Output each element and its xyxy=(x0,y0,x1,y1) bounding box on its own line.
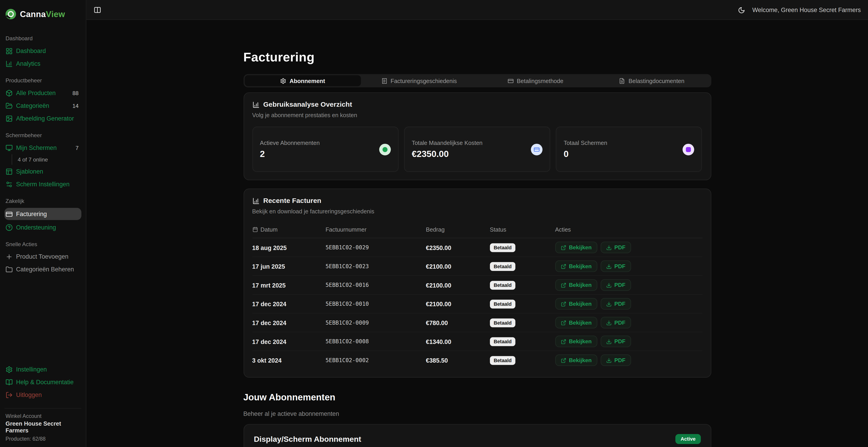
sidebar-item-label: Scherm Instellingen xyxy=(16,181,69,187)
invoice-amount: €2100.00 xyxy=(426,301,490,307)
tab-belastingdocumenten[interactable]: Belastingdocumenten xyxy=(593,75,710,87)
package-icon xyxy=(5,90,13,97)
brand-name: CannaView xyxy=(20,9,65,19)
sidebar-item-categorie-n-beheren[interactable]: Categorieën Beheren xyxy=(4,263,81,275)
billing-tabs: AbonnementFactureringsgeschiedenisBetali… xyxy=(243,74,711,88)
sidebar-item-sjablonen[interactable]: Sjablonen xyxy=(4,165,81,177)
image-icon xyxy=(5,115,13,122)
invoice-row: 3 okt 20245EBB1C02-0002€385.50BetaaldBek… xyxy=(252,351,702,370)
view-invoice-button[interactable]: Bekijken xyxy=(555,317,597,329)
sidebar-item-scherm-instellingen[interactable]: Scherm Instellingen xyxy=(4,178,81,190)
sidebar-item-count-badge: 88 xyxy=(72,90,79,96)
column-header-datum: Datum xyxy=(252,226,326,233)
tab-abonnement[interactable]: Abonnement xyxy=(244,75,361,87)
sidebar-item-product-toevoegen[interactable]: Product Toevoegen xyxy=(4,250,81,263)
status-badge-paid: Betaald xyxy=(490,318,516,328)
invoice-date: 17 jun 2025 xyxy=(252,263,326,270)
sidebar-item-analytics[interactable]: Analytics xyxy=(4,58,81,70)
download-pdf-button[interactable]: PDF xyxy=(600,298,631,310)
stat-card-totaal-schermen: Totaal Schermen0 xyxy=(556,127,702,172)
help-circle-icon xyxy=(5,224,13,231)
welcome-message: Welcome, Green House Secret Farmers xyxy=(752,6,861,13)
brand-logo[interactable]: CannaView xyxy=(4,0,81,28)
invoice-row: 17 mrt 20255EBB1C02-0016€2100.00BetaaldB… xyxy=(252,276,702,295)
sidebar-item-facturering[interactable]: Facturering xyxy=(4,208,81,220)
sidebar-item-ondersteuning[interactable]: Ondersteuning xyxy=(4,221,81,233)
invoice-date: 17 dec 2024 xyxy=(252,338,326,345)
view-invoice-button[interactable]: Bekijken xyxy=(555,242,597,253)
invoice-row: 18 aug 20255EBB1C02-0029€2350.00BetaaldB… xyxy=(252,239,702,257)
sidebar-section-label: Dashboard xyxy=(4,33,81,44)
sidebar-item-alle-producten[interactable]: Alle Producten88 xyxy=(4,87,81,99)
sidebar-item-dashboard[interactable]: Dashboard xyxy=(4,45,81,57)
topbar: Welcome, Green House Secret Farmers xyxy=(86,0,868,20)
invoice-amount: €385.50 xyxy=(426,357,490,364)
status-badge-paid: Betaald xyxy=(490,243,516,252)
download-pdf-button[interactable]: PDF xyxy=(600,242,631,253)
sidebar-item-afbeelding-generator[interactable]: Afbeelding Generator xyxy=(4,112,81,124)
tab-label: Betalingsmethode xyxy=(517,77,563,84)
invoice-date: 3 okt 2024 xyxy=(252,357,326,364)
stat-card-totale-maandelijkse-kosten: Totale Maandelijkse Kosten€2350.00 xyxy=(404,127,550,172)
main-area: Welcome, Green House Secret Farmers Fact… xyxy=(86,0,868,447)
invoice-number: 5EBB1C02-0029 xyxy=(326,245,426,251)
book-open-icon xyxy=(5,379,13,386)
view-invoice-button[interactable]: Bekijken xyxy=(555,261,597,272)
subscription-card: Display/Scherm Abonnement Active Aantal … xyxy=(243,424,711,447)
invoice-date: 17 dec 2024 xyxy=(252,301,326,307)
tab-betalingsmethode[interactable]: Betalingsmethode xyxy=(477,75,593,87)
column-header-acties: Acties xyxy=(555,226,702,233)
sidebar-item-uitloggen[interactable]: Uitloggen xyxy=(4,389,81,401)
page-title: Facturering xyxy=(243,50,711,65)
invoices-card-title: Recente Facturen xyxy=(263,197,321,205)
sidebar-item-instellingen[interactable]: Instellingen xyxy=(4,363,81,375)
view-invoice-button[interactable]: Bekijken xyxy=(555,298,597,310)
credit-card-icon xyxy=(5,210,13,218)
sidebar-item-label: Categorieën Beheren xyxy=(16,266,74,273)
invoice-amount: €1340.00 xyxy=(426,338,490,345)
green-dot-icon xyxy=(382,147,388,152)
column-header-factuurnummer: Factuurnummer xyxy=(326,226,426,233)
column-header-bedrag: Bedrag xyxy=(426,226,490,233)
download-icon xyxy=(606,301,612,307)
stat-label: Totale Maandelijkse Kosten xyxy=(412,139,483,146)
download-icon xyxy=(606,282,612,288)
sidebar-toggle-icon[interactable] xyxy=(94,6,101,14)
tab-factureringsgeschiedenis[interactable]: Factureringsgeschiedenis xyxy=(361,75,477,87)
download-icon xyxy=(606,339,612,344)
view-invoice-button[interactable]: Bekijken xyxy=(555,279,597,291)
file-text-icon xyxy=(619,78,625,84)
sidebar-item-count-badge: 7 xyxy=(75,145,79,151)
usage-card-subtitle: Volg je abonnement prestaties en kosten xyxy=(252,112,702,118)
sidebar: CannaView DashboardDashboardAnalyticsPro… xyxy=(0,0,86,447)
download-pdf-button[interactable]: PDF xyxy=(600,355,631,366)
stat-icon-badge xyxy=(683,144,694,156)
monitor-icon xyxy=(5,144,13,151)
sidebar-item-categorie-n[interactable]: Categorieën14 xyxy=(4,99,81,111)
sidebar-item-label: Afbeelding Generator xyxy=(16,115,74,122)
column-header-status: Status xyxy=(490,226,555,233)
download-pdf-button[interactable]: PDF xyxy=(600,261,631,272)
view-invoice-button[interactable]: Bekijken xyxy=(555,355,597,366)
sidebar-item-help-documentatie[interactable]: Help & Documentatie xyxy=(4,376,81,388)
invoice-amount: €2100.00 xyxy=(426,263,490,270)
tab-label: Abonnement xyxy=(289,77,325,84)
download-icon xyxy=(606,245,612,250)
plus-icon xyxy=(5,253,13,260)
sidebar-item-label: Alle Producten xyxy=(16,90,56,96)
receipt-icon xyxy=(381,78,388,84)
invoices-table: DatumFactuurnummerBedragStatusActies 18 … xyxy=(252,221,702,370)
theme-toggle-moon-icon[interactable] xyxy=(738,6,745,13)
sidebar-subitem-online-status: 4 of 7 online xyxy=(11,154,81,165)
sidebar-item-label: Ondersteuning xyxy=(16,224,56,231)
credit-card-icon xyxy=(507,78,514,84)
download-pdf-button[interactable]: PDF xyxy=(600,336,631,347)
invoice-number: 5EBB1C02-0010 xyxy=(326,301,426,307)
download-pdf-button[interactable]: PDF xyxy=(600,279,631,291)
download-pdf-button[interactable]: PDF xyxy=(600,317,631,329)
view-invoice-button[interactable]: Bekijken xyxy=(555,336,597,347)
recent-invoices-card: Recente Facturen Bekijk en download je f… xyxy=(243,189,711,378)
layout-icon xyxy=(5,168,13,175)
sidebar-item-label: Facturering xyxy=(16,211,47,217)
sidebar-item-mijn-schermen[interactable]: Mijn Schermen7 xyxy=(4,141,81,153)
